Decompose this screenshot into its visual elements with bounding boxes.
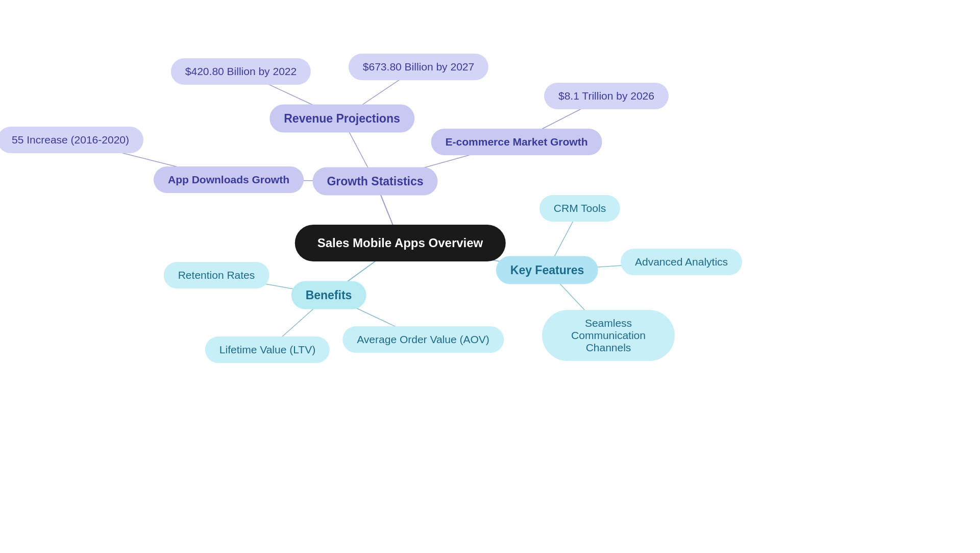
retention-rates-node: Retention Rates: [164, 262, 270, 288]
benefits-node: Benefits: [291, 281, 366, 309]
revenue-2027-node: $673.80 Billion by 2027: [349, 54, 488, 80]
app-downloads-growth-node: App Downloads Growth: [154, 166, 304, 193]
seamless-comm-node: Seamless Communication Channels: [542, 310, 675, 361]
revenue-projections-node: Revenue Projections: [270, 105, 414, 133]
ecommerce-node: E-commerce Market Growth: [431, 129, 602, 155]
ecommerce-2026-node: $8.1 Trillion by 2026: [544, 83, 669, 109]
key-features-node: Key Features: [496, 256, 598, 284]
increase-node: 55 Increase (2016-2020): [0, 127, 143, 153]
aov-node: Average Order Value (AOV): [342, 326, 504, 353]
advanced-analytics-node: Advanced Analytics: [621, 249, 742, 275]
growth-statistics-node: Growth Statistics: [312, 167, 437, 196]
crm-tools-node: CRM Tools: [540, 195, 620, 222]
revenue-2022-node: $420.80 Billion by 2022: [171, 58, 311, 85]
central-node: Sales Mobile Apps Overview: [295, 225, 506, 261]
lifetime-value-node: Lifetime Value (LTV): [205, 336, 330, 363]
